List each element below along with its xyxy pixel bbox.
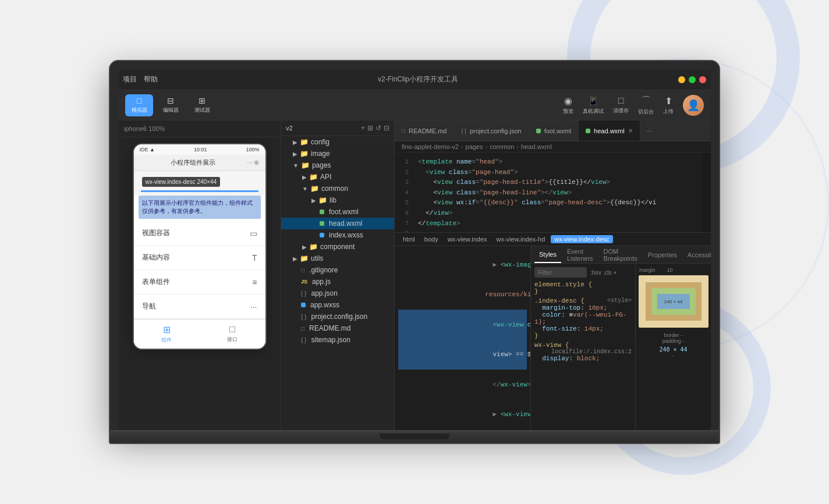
dom-line-5[interactable]: </wx-view>: [398, 370, 527, 400]
tab-foot-wxml[interactable]: foot.wxml: [529, 120, 579, 141]
dom-line-6[interactable]: ▶ <wx-view class="index-bd">_</wx-view>: [398, 400, 527, 430]
upload-action[interactable]: ⬆ 上传: [663, 95, 674, 115]
collapse-icon[interactable]: ⊟: [384, 124, 389, 132]
tab-head-label: head.wxml: [594, 127, 625, 134]
more-tabs-icon[interactable]: ···: [643, 127, 656, 135]
tree-image[interactable]: ▶ 📁 image: [281, 148, 394, 159]
tree-app-wxss[interactable]: app.wxss: [281, 299, 394, 311]
tree-utils[interactable]: ▶ 📁 utils: [281, 253, 394, 264]
breadcrumb-file[interactable]: head.wxml: [521, 143, 552, 150]
dom-bc-wx-view-index[interactable]: wx-view.index: [444, 235, 491, 243]
styles-tab-a11y[interactable]: Accessibility: [683, 246, 711, 263]
styles-filter-input[interactable]: [534, 267, 587, 278]
window-minimize[interactable]: [678, 76, 685, 83]
styles-tab-event[interactable]: Event Listeners: [562, 246, 598, 263]
box-label-margin-bl: -: [640, 323, 641, 327]
styles-tab-props[interactable]: Properties: [643, 246, 682, 263]
tree-config[interactable]: ▶ 📁 config: [281, 136, 394, 148]
border-label: border: [664, 332, 681, 338]
tree-lib[interactable]: ▶ 📁 lib: [281, 194, 394, 206]
cleartest-action[interactable]: □ 清缓存: [613, 95, 629, 115]
laptop-screen: 项目 帮助 v2-FinClip小程序开发工具 □: [118, 69, 711, 430]
tab-close-icon[interactable]: ✕: [628, 127, 633, 134]
menu-project[interactable]: 项目: [123, 74, 137, 84]
dom-line-7[interactable]: </wx-view>: [398, 430, 527, 430]
breadcrumb-common[interactable]: common: [490, 143, 514, 150]
css-source-link[interactable]: <style>: [607, 297, 632, 304]
user-avatar[interactable]: 👤: [683, 95, 704, 116]
realtest-action[interactable]: 📱 真机调试: [583, 95, 604, 115]
breadcrumb-pages[interactable]: pages: [466, 143, 483, 150]
css-source-link-2[interactable]: localfile:/.index.css:2: [551, 349, 632, 355]
filter-pseudo-btn[interactable]: :hov .cls +: [590, 269, 617, 276]
tree-index-wxss[interactable]: index.wxss: [281, 229, 394, 241]
dom-line-4[interactable]: view> == $0: [398, 340, 527, 370]
folder-icon: 📁: [300, 138, 309, 146]
styles-filter: :hov .cls +: [534, 267, 632, 278]
menu-item-3[interactable]: 导航 ···: [134, 294, 265, 319]
preview-action[interactable]: ◉ 预览: [563, 95, 573, 115]
code-line-7: </template>: [413, 219, 703, 229]
new-file-icon[interactable]: +: [361, 124, 365, 132]
tab-head-wxml[interactable]: head.wxml ✕: [579, 120, 640, 141]
dom-bc-wx-view-hd[interactable]: wx-view.index-hd: [493, 235, 549, 243]
window-maximize[interactable]: [689, 76, 696, 83]
new-folder-icon[interactable]: ⊞: [367, 124, 373, 132]
menu-item-2[interactable]: 表单组件 ≡: [134, 270, 265, 294]
tree-sitemap[interactable]: { } sitemap.json: [281, 334, 394, 346]
tree-pages[interactable]: ▼ 📁 pages: [281, 159, 394, 171]
laptop-notch: [380, 434, 449, 439]
code-line-2: <view class="page-head">: [413, 168, 703, 178]
menu-label-1: 基础内容: [142, 253, 170, 262]
tree-item-label: foot.wxml: [329, 208, 359, 216]
dom-line-2[interactable]: resources/kind/logo.png">_</wx-image>: [398, 280, 527, 310]
nav-api[interactable]: □ 接口: [200, 320, 265, 349]
dom-line-3[interactable]: <wx-view class="index-desc">以下用展示小程序官方组件…: [398, 310, 527, 340]
laptop-container: 项目 帮助 v2-FinClip小程序开发工具 □: [109, 60, 720, 444]
nav-components[interactable]: ⊞ 组件: [134, 320, 200, 349]
styles-tab-styles[interactable]: Styles: [534, 246, 561, 263]
tab-project-config[interactable]: { } project.config.json: [454, 120, 529, 141]
window-controls: [678, 76, 706, 83]
code-line-4: <view class="page-head-line"></view>: [413, 188, 703, 198]
window-close[interactable]: [699, 76, 706, 83]
tree-api[interactable]: ▶ 📁 API: [281, 171, 394, 183]
test-btn[interactable]: ⊞ 测试器: [188, 94, 216, 116]
preview-label: 预览: [563, 108, 573, 115]
breadcrumb-root[interactable]: fino-applet-demo-v2: [402, 143, 459, 150]
tree-foot-wxml[interactable]: foot.wxml: [281, 206, 394, 218]
tab-foot-icon: [536, 129, 541, 133]
tree-component[interactable]: ▶ 📁 component: [281, 241, 394, 253]
dom-bc-body[interactable]: body: [421, 235, 442, 243]
box-dimension: 240 × 44: [659, 346, 687, 353]
menu-item-0[interactable]: 视图容器 ▭: [134, 221, 265, 246]
editor-btn[interactable]: ⊟ 编辑器: [157, 94, 185, 116]
simulate-btn[interactable]: □ 模拟器: [125, 94, 153, 116]
tree-item-label: utils: [311, 254, 323, 262]
tree-app-js[interactable]: JS app.js: [281, 276, 394, 288]
styles-tab-dom-bp[interactable]: DOM Breakpoints: [599, 246, 642, 263]
tree-app-json[interactable]: { } app.json: [281, 288, 394, 299]
refresh-icon[interactable]: ↺: [375, 124, 381, 132]
menu-help[interactable]: 帮助: [144, 74, 158, 84]
tree-gitignore[interactable]: □ .gitignore: [281, 264, 394, 276]
tab-readme[interactable]: □ README.md: [395, 120, 454, 141]
dom-bc-html[interactable]: html: [399, 235, 419, 243]
tree-readme[interactable]: □ README.md: [281, 322, 394, 334]
tree-head-wxml[interactable]: head.wxml: [281, 218, 394, 229]
code-line-3: <view class="page-head-title">{{title}}<…: [413, 178, 703, 188]
dom-area: ▶ <wx-image class="index-logo" src="../r…: [395, 246, 530, 430]
phone-more-btn[interactable]: ··· ⊕: [247, 159, 259, 166]
tree-project-config[interactable]: { } project.config.json: [281, 311, 394, 322]
tree-item-label: API: [320, 173, 331, 181]
switchback-action[interactable]: ⌒ 切后台: [638, 95, 654, 116]
phone-bottom-nav: ⊞ 组件 □ 接口: [134, 319, 265, 349]
menu-item-1[interactable]: 基础内容 T: [134, 246, 265, 270]
dom-line-1[interactable]: ▶ <wx-image class="index-logo" src="../r…: [398, 250, 527, 280]
phone-title-bar: 小程序组件展示 ··· ⊕: [134, 155, 265, 171]
dom-breadcrumb: html body wx-view.index wx-view.index-hd…: [395, 233, 711, 246]
tree-common[interactable]: ▼ 📁 common: [281, 183, 394, 194]
dom-bc-wx-view-desc[interactable]: wx-view.index-desc: [551, 235, 613, 243]
bottom-content: ▶ <wx-image class="index-logo" src="../r…: [395, 246, 711, 430]
editor-tabs: □ README.md { } project.config.json foot…: [395, 120, 711, 141]
